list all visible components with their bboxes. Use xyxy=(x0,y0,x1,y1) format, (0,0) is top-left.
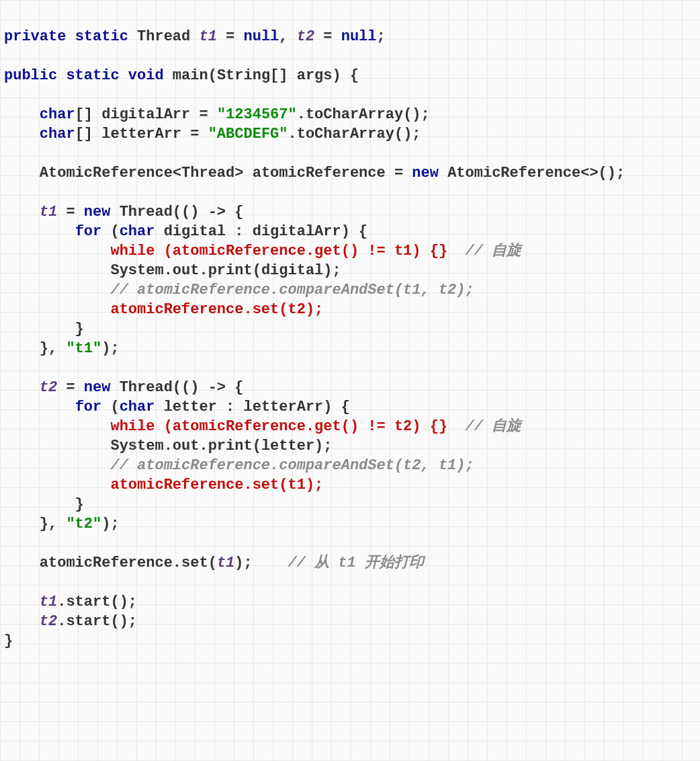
var-letter: letter xyxy=(261,438,314,454)
method-start: start xyxy=(66,613,110,630)
var-letterArr: letterArr xyxy=(101,126,181,143)
stmt-while-spin-2: while (atomicReference.get() != t2) {} xyxy=(110,418,447,435)
keyword-for: for xyxy=(75,223,102,240)
keyword-static: static xyxy=(66,67,119,84)
keyword-private: private xyxy=(4,28,66,45)
keyword-char: char xyxy=(120,399,155,415)
type-thread: Thread xyxy=(120,204,173,221)
type-atomicref: AtomicReference xyxy=(447,165,580,182)
ident-out: out xyxy=(173,262,200,279)
var-t1: t1 xyxy=(217,555,234,571)
var-t1: t1 xyxy=(199,28,216,45)
type-thread: Thread xyxy=(181,165,234,182)
var-t2: t2 xyxy=(40,379,57,396)
string-t2: "t2" xyxy=(66,516,101,532)
string-letters: "ABCDEFG" xyxy=(208,126,288,143)
var-atomicRef: atomicReference xyxy=(253,165,386,182)
keyword-static: static xyxy=(75,28,128,45)
keyword-new: new xyxy=(84,204,111,221)
keyword-new: new xyxy=(412,165,439,182)
keyword-char: char xyxy=(40,126,75,143)
string-digits: "1234567" xyxy=(217,106,297,123)
comment-start: // 从 t1 开始打印 xyxy=(288,555,424,571)
method-toCharArray: toCharArray xyxy=(297,126,394,143)
comment-cas12: // atomicReference.compareAndSet(t1, t2)… xyxy=(110,282,474,298)
var-digitalArr: digitalArr xyxy=(253,223,341,240)
comment-cas21: // atomicReference.compareAndSet(t2, t1)… xyxy=(110,457,474,474)
var-t2: t2 xyxy=(40,613,57,630)
method-print: print xyxy=(208,438,253,454)
var-digital: digital xyxy=(164,223,226,240)
var-atomicRef: atomicReference xyxy=(40,555,173,571)
method-toCharArray: toCharArray xyxy=(306,106,403,123)
comment-spin-1: // 自旋 xyxy=(466,243,522,259)
type-thread: Thread xyxy=(137,28,190,45)
keyword-void: void xyxy=(128,67,164,84)
method-set: set xyxy=(181,555,208,571)
type-string: String xyxy=(217,67,270,84)
ident-system: System xyxy=(110,262,163,279)
code-block: private static Thread t1 = null, t2 = nu… xyxy=(0,0,700,651)
string-t1: "t1" xyxy=(66,340,101,357)
keyword-new: new xyxy=(84,379,111,396)
keyword-null: null xyxy=(341,28,377,45)
stmt-while-spin-1: while (atomicReference.get() != t1) {} xyxy=(110,243,447,259)
var-t2: t2 xyxy=(297,28,314,45)
param-args: args xyxy=(297,67,333,84)
keyword-null: null xyxy=(243,28,279,45)
comment-spin-2: // 自旋 xyxy=(466,418,522,435)
type-thread: Thread xyxy=(120,379,173,396)
var-t1: t1 xyxy=(40,594,57,610)
method-start: start xyxy=(66,594,110,610)
ident-out: out xyxy=(173,438,200,454)
method-print: print xyxy=(208,262,253,279)
keyword-char: char xyxy=(40,106,75,123)
stmt-set-t1: atomicReference.set(t1); xyxy=(110,477,323,493)
stmt-set-t2: atomicReference.set(t2); xyxy=(110,301,323,318)
var-digitalArr: digitalArr xyxy=(101,106,190,123)
type-atomicref: AtomicReference xyxy=(40,165,173,182)
var-t1: t1 xyxy=(40,204,57,221)
var-letterArr: letterArr xyxy=(243,399,323,415)
keyword-public: public xyxy=(4,67,57,84)
var-digital: digital xyxy=(261,262,323,279)
var-letter: letter xyxy=(164,399,217,415)
method-main: main xyxy=(173,67,208,84)
keyword-for: for xyxy=(75,399,102,415)
keyword-char: char xyxy=(120,223,155,240)
ident-system: System xyxy=(110,438,163,454)
